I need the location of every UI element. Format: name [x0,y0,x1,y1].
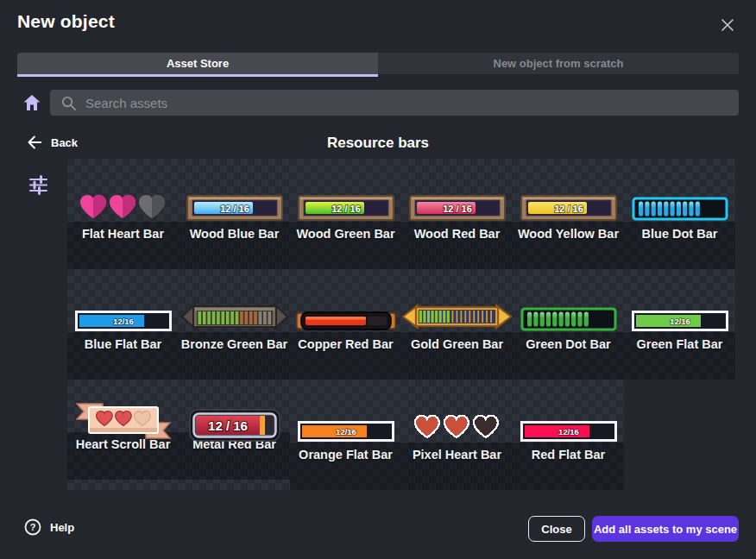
svg-text:12 / 16: 12 / 16 [443,204,472,214]
asset-row: Heart Scroll Bar 12 / 16Metal Red Bar 12… [67,380,735,490]
search-input[interactable] [85,96,690,110]
wood-thumbnail: 12 / 16 [513,159,624,222]
asset-label-band: Gold Green Bar [401,332,513,380]
asset-name: Blue Dot Bar [624,227,735,241]
asset-row: Flat Heart Bar 12 / 16Wood Blue Bar 12 /… [67,159,735,269]
back-row: Back Resource bars [0,131,756,157]
flat-thumbnail: 12/16 [624,269,735,332]
asset-label-band: Red Flat Bar [513,443,624,490]
flat-thumbnail: 12/16 [290,380,401,443]
help-icon: ? [24,518,41,536]
gold-thumbnail [401,269,513,332]
asset-name: Wood Blue Bar [179,227,290,241]
asset-label-band: Orange Flat Bar [290,443,401,490]
asset-label-band: Flat Heart Bar [67,222,179,269]
asset-name: Green Flat Bar [624,337,735,351]
svg-text:12/16: 12/16 [558,427,579,437]
svg-text:12 / 16: 12 / 16 [554,204,583,214]
help-label: Help [50,521,74,534]
asset-label-band: Wood Blue Bar [179,222,290,269]
svg-text:12/16: 12/16 [113,317,134,326]
asset-tile-wood-green-bar[interactable]: 12 / 16Wood Green Bar [290,159,401,269]
asset-tile-heart-scroll-bar[interactable]: Heart Scroll Bar [67,380,179,490]
bronze-thumbnail [179,269,290,332]
asset-label-band: Wood Green Bar [290,222,401,269]
asset-name: Wood Yellow Bar [513,227,624,241]
copper-thumbnail [290,269,401,332]
tab-bar: Asset Store New object from scratch [17,53,739,74]
filter-button[interactable] [28,175,49,196]
asset-tile-blue-dot-bar[interactable]: Blue Dot Bar [624,159,735,269]
asset-label-band: Blue Dot Bar [624,222,735,269]
asset-grid: Flat Heart Bar 12 / 16Wood Blue Bar 12 /… [67,159,735,490]
asset-name: Flat Heart Bar [67,227,179,241]
asset-label-band: Wood Red Bar [401,222,513,269]
asset-tile-red-flat-bar[interactable]: 12/16Red Flat Bar [513,380,624,490]
asset-label-band: Blue Flat Bar [67,332,179,380]
asset-name: Bronze Green Bar [179,337,290,351]
asset-tile-gold-green-bar[interactable]: Gold Green Bar [401,269,513,380]
asset-name: Pixel Heart Bar [401,448,513,462]
home-icon [22,92,42,113]
asset-tile-orange-flat-bar[interactable]: 12/16Orange Flat Bar [290,380,401,490]
asset-label-band: Wood Yellow Bar [513,222,624,269]
asset-name: Green Dot Bar [513,337,624,351]
dots-thumbnail [624,159,735,222]
asset-name: Orange Flat Bar [290,448,401,462]
svg-text:12 / 16: 12 / 16 [331,204,361,214]
asset-tile-flat-heart-bar[interactable]: Flat Heart Bar [67,159,179,269]
asset-name: Copper Red Bar [290,337,401,351]
search-box[interactable] [50,90,739,116]
svg-text:12/16: 12/16 [670,317,690,326]
asset-label-band: Bronze Green Bar [179,332,290,380]
wood-thumbnail: 12 / 16 [401,159,513,222]
close-button[interactable]: Close [528,516,585,542]
asset-tile-wood-red-bar[interactable]: 12 / 16Wood Red Bar [401,159,513,269]
scroll-thumbnail [67,380,179,443]
asset-name: Gold Green Bar [401,337,513,351]
asset-name: Wood Red Bar [401,227,513,241]
asset-name: Wood Green Bar [290,227,401,241]
flat-thumbnail: 12/16 [67,269,179,332]
flat-thumbnail: 12/16 [513,380,624,443]
asset-tile-pixel-heart-bar[interactable]: Pixel Heart Bar [401,380,513,490]
asset-tile-wood-blue-bar[interactable]: 12 / 16Wood Blue Bar [179,159,290,269]
help-button[interactable]: ? Help [24,518,74,536]
asset-label-band: Pixel Heart Bar [401,443,513,490]
asset-tile-metal-red-bar[interactable]: 12 / 16Metal Red Bar [179,380,290,490]
svg-text:12 / 16: 12 / 16 [208,418,248,433]
asset-label-band: Green Flat Bar [624,332,735,380]
asset-label-band: Copper Red Bar [290,332,401,380]
hearts-thumbnail [67,159,179,222]
search-row [0,90,756,116]
search-icon [60,95,77,111]
asset-tile-bronze-green-bar[interactable]: Bronze Green Bar [179,269,290,380]
pixelhearts-thumbnail [401,380,513,443]
active-tab-indicator [17,74,378,77]
add-all-assets-button[interactable]: Add all assets to my scene [592,516,739,542]
asset-row: 12/16Blue Flat Bar Bronze Green Bar Copp… [67,269,735,380]
asset-tile-blue-flat-bar[interactable]: 12/16Blue Flat Bar [67,269,179,380]
metal-thumbnail: 12 / 16 [179,380,290,443]
asset-tile-copper-red-bar[interactable]: Copper Red Bar [290,269,401,380]
home-button[interactable] [22,92,42,113]
page-title: New object [17,11,115,32]
dots-thumbnail [513,269,624,332]
asset-tile-green-flat-bar[interactable]: 12/16Green Flat Bar [624,269,735,380]
asset-label-band: Green Dot Bar [513,332,624,380]
svg-text:?: ? [30,522,36,532]
wood-thumbnail: 12 / 16 [290,159,401,222]
close-icon[interactable] [718,16,737,35]
asset-name: Blue Flat Bar [67,337,179,351]
asset-name: Red Flat Bar [513,448,624,462]
svg-text:12/16: 12/16 [336,427,356,437]
asset-tile-wood-yellow-bar[interactable]: 12 / 16Wood Yellow Bar [513,159,624,269]
asset-tile-green-dot-bar[interactable]: Green Dot Bar [513,269,624,380]
close-x-glyph [721,18,734,32]
section-title: Resource bars [0,135,756,152]
tab-new-object-from-scratch[interactable]: New object from scratch [378,53,739,74]
tab-asset-store[interactable]: Asset Store [17,53,378,74]
footer: ? Help Close Add all assets to my scene [0,509,756,549]
svg-text:12 / 16: 12 / 16 [220,204,249,214]
filter-sliders-icon [28,175,48,195]
